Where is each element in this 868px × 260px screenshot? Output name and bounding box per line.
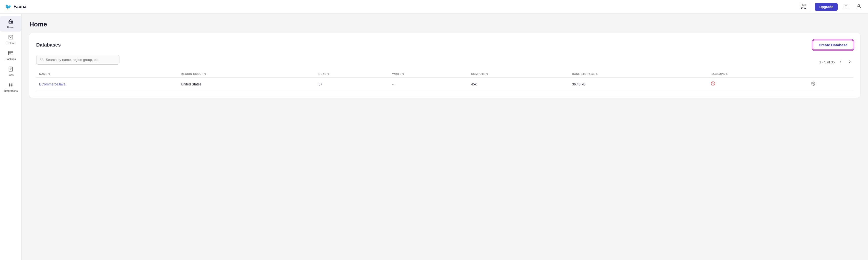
sort-icon-read: ⇅ (327, 73, 329, 76)
search-icon (40, 57, 44, 62)
logs-icon (8, 66, 13, 73)
row-settings-icon[interactable] (811, 83, 815, 87)
search-input[interactable] (46, 58, 116, 62)
sidebar-item-explorer[interactable]: Explorer (0, 32, 21, 48)
svg-rect-11 (9, 67, 12, 71)
explorer-icon (8, 34, 13, 41)
sidebar-item-home[interactable]: Home (0, 16, 21, 32)
sidebar-home-label: Home (7, 26, 14, 29)
sort-icon-write: ⇅ (402, 73, 404, 76)
svg-line-26 (712, 82, 715, 85)
sort-icon-storage: ⇅ (595, 73, 597, 76)
table-topbar: 1 - 5 of 35 (36, 55, 853, 69)
search-bar[interactable] (36, 55, 120, 65)
table-header-row: NAME ⇅ REGION GROUP ⇅ RE (36, 70, 853, 78)
svg-rect-7 (8, 51, 13, 55)
account-button[interactable] (854, 2, 863, 11)
pagination-range: 1 - 5 of 35 (819, 60, 835, 64)
pagination-info: 1 - 5 of 35 (819, 59, 853, 65)
cell-settings[interactable] (808, 78, 853, 91)
sort-icon-backups: ⇅ (725, 73, 727, 76)
topnav: 🐦 Fauna Plan Pro Upgrade (0, 0, 868, 14)
col-header-compute[interactable]: COMPUTE ⇅ (468, 70, 569, 78)
card-title: Databases (36, 42, 61, 48)
brand: 🐦 Fauna (5, 4, 800, 10)
svg-point-27 (813, 83, 814, 84)
page-title: Home (29, 21, 860, 28)
sidebar-item-logs[interactable]: Logs (0, 63, 21, 79)
home-icon (8, 19, 13, 25)
col-header-read[interactable]: READ ⇅ (315, 70, 389, 78)
docs-button[interactable] (842, 2, 850, 11)
cell-region-group: United States (178, 78, 315, 91)
card-header: Databases Create Database (36, 40, 853, 50)
brand-name: Fauna (13, 4, 26, 9)
cell-write: -- (389, 78, 468, 91)
col-header-actions (808, 70, 853, 78)
layout: Home Explorer Backups (0, 14, 868, 260)
sidebar-item-backups[interactable]: Backups (0, 48, 21, 63)
sidebar-logs-label: Logs (8, 74, 14, 77)
cell-name[interactable]: ECommerceJava (36, 78, 178, 91)
sidebar-explorer-label: Explorer (6, 41, 16, 45)
sort-icon-name: ⇅ (48, 73, 50, 76)
sidebar-integrations-label: Integrations (4, 89, 18, 92)
col-sort-region: REGION GROUP ⇅ (181, 73, 206, 76)
cell-read: 57 (315, 78, 389, 91)
sidebar: Home Explorer Backups (0, 14, 22, 260)
svg-line-24 (42, 60, 43, 61)
sort-icon-region: ⇅ (204, 73, 206, 76)
col-sort-storage: BASE STORAGE ⇅ (572, 73, 598, 76)
col-header-backups[interactable]: BACKUPS ⇅ (708, 70, 808, 78)
plan-name: Pro (801, 6, 806, 10)
fauna-logo-icon: 🐦 (5, 4, 11, 10)
sidebar-item-integrations[interactable]: Integrations (0, 79, 21, 95)
col-sort-read: READ ⇅ (318, 73, 329, 76)
pagination-next-button[interactable] (846, 59, 853, 65)
plan-section: Plan Pro (800, 3, 810, 10)
cell-base-storage: 36.48 kB (569, 78, 708, 91)
col-sort-write: WRITE ⇅ (392, 73, 404, 76)
upgrade-button[interactable]: Upgrade (815, 3, 838, 11)
integrations-icon (8, 82, 13, 88)
backups-disabled-icon (711, 82, 715, 87)
table-row: ECommerceJava United States 57 -- 45k 36… (36, 78, 853, 91)
main-content: Home Databases Create Database (22, 14, 868, 260)
cell-backups (708, 78, 808, 91)
databases-table: NAME ⇅ REGION GROUP ⇅ RE (36, 70, 853, 91)
account-icon (856, 3, 861, 10)
col-sort-name: NAME ⇅ (39, 73, 51, 76)
col-header-name[interactable]: NAME ⇅ (36, 70, 178, 78)
sort-icon-compute: ⇅ (486, 73, 488, 76)
col-header-base-storage[interactable]: BASE STORAGE ⇅ (569, 70, 708, 78)
svg-rect-6 (8, 35, 13, 39)
col-sort-backups: BACKUPS ⇅ (711, 73, 727, 76)
pagination-prev-button[interactable] (837, 59, 844, 65)
col-sort-compute: COMPUTE ⇅ (471, 73, 488, 76)
col-header-region-group[interactable]: REGION GROUP ⇅ (178, 70, 315, 78)
databases-card: Databases Create Database 1 - 5 of 35 (29, 33, 860, 98)
col-header-write[interactable]: WRITE ⇅ (389, 70, 468, 78)
svg-point-4 (858, 4, 860, 6)
topnav-right: Plan Pro Upgrade (800, 2, 863, 11)
cell-compute: 45k (468, 78, 569, 91)
backups-icon (8, 51, 13, 57)
docs-icon (843, 3, 849, 10)
plan-label: Plan (800, 3, 806, 6)
sidebar-backups-label: Backups (5, 58, 16, 60)
create-database-button[interactable]: Create Database (813, 40, 853, 50)
